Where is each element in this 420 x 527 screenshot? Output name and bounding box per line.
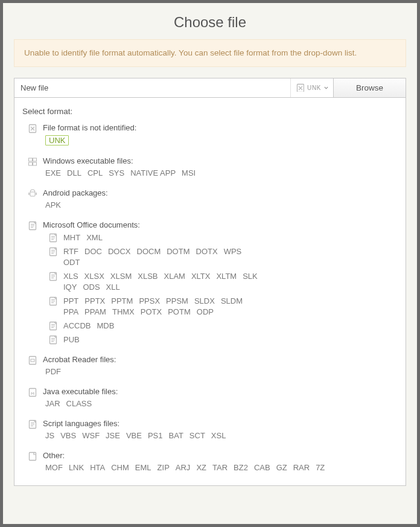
format-option[interactable]: XLTM [216, 272, 237, 281]
format-list: JSVBSWSFJSEVBEPS1BATSCTXSL [43, 430, 398, 441]
format-option[interactable]: HTA [90, 463, 105, 472]
file-icon [28, 452, 37, 461]
access-icon [48, 321, 58, 331]
format-list: JARCLASS [43, 398, 398, 409]
format-option[interactable]: XLS [63, 272, 78, 281]
format-option[interactable]: WPS [224, 247, 242, 256]
format-option[interactable]: BAT [169, 431, 183, 440]
format-option[interactable]: TAR [212, 463, 228, 472]
powerpoint-icon [48, 296, 58, 306]
format-list: MOFLNKHTACHMEMLZIPARJXZTARBZ2CABGZRAR7Z [43, 462, 398, 473]
group-title: Android packages: [43, 188, 398, 197]
format-option[interactable]: PPTX [84, 296, 105, 305]
format-option[interactable]: XLL [106, 283, 120, 292]
format-option[interactable]: DOCM [137, 247, 161, 256]
format-list: XLSXLSXXLSMXLSBXLAMXLTXXLTMSLKIQYODSXLL [63, 270, 269, 293]
format-option[interactable]: CAB [254, 463, 270, 472]
browse-button[interactable]: Browse [333, 78, 406, 97]
format-option[interactable]: UNK [45, 135, 69, 145]
format-option[interactable]: DOCX [108, 247, 131, 256]
format-option[interactable]: ACCDB [63, 321, 91, 330]
format-option[interactable]: RAR [293, 463, 310, 472]
group-other: Other: MOFLNKHTACHMEMLZIPARJXZTARBZ2CABG… [22, 451, 398, 473]
format-option[interactable]: XZ [196, 463, 206, 472]
group-acrobat: Acrobat Reader files: PDF [22, 355, 398, 377]
format-option[interactable]: GZ [276, 463, 287, 472]
format-list: RTFDOCDOCXDOCMDOTMDOTXWPSODT [63, 246, 262, 268]
format-option[interactable]: SYS [109, 168, 124, 177]
format-option[interactable]: ODS [83, 283, 100, 292]
dialog-title: Choose file [3, 3, 417, 39]
format-option[interactable]: JAR [45, 399, 60, 408]
format-option[interactable]: MHT [63, 233, 80, 242]
format-option[interactable]: DOC [84, 247, 102, 256]
format-option[interactable]: 7Z [316, 463, 325, 472]
format-option[interactable]: CLASS [66, 399, 92, 408]
format-dropdown[interactable]: UNK [290, 78, 333, 97]
format-option[interactable]: XLSX [84, 272, 104, 281]
format-option[interactable]: ZIP [158, 463, 170, 472]
format-option[interactable]: PUB [63, 335, 80, 344]
group-android: Android packages: APK [22, 188, 398, 211]
format-option[interactable]: XLSM [110, 272, 132, 281]
format-option[interactable]: ODP [197, 307, 214, 316]
format-option[interactable]: VBE [126, 431, 142, 440]
format-option[interactable]: MSI [182, 168, 196, 177]
chevron-down-icon [324, 86, 328, 90]
format-option[interactable]: MOF [45, 463, 63, 472]
format-option[interactable]: XLSB [138, 272, 158, 281]
format-option[interactable]: XLAM [164, 272, 185, 281]
file-unknown-icon [296, 83, 304, 92]
alert-banner: Unable to identify file format automatic… [14, 39, 406, 67]
format-list: ACCDBMDB [63, 320, 114, 331]
document-icon [28, 221, 37, 231]
format-option[interactable]: THMX [112, 307, 135, 316]
format-option[interactable]: WSF [82, 431, 100, 440]
format-option[interactable]: LNK [69, 463, 84, 472]
format-option[interactable]: SLK [243, 272, 258, 281]
format-option[interactable]: DOTX [196, 247, 218, 256]
script-icon [28, 420, 37, 429]
format-option[interactable]: PPAM [84, 307, 106, 316]
group-windows: Windows executable files: EXEDLLCPLSYSNA… [22, 156, 398, 179]
format-option[interactable]: XLTX [191, 272, 211, 281]
pdf-icon [28, 356, 37, 365]
format-option[interactable]: APK [45, 200, 61, 209]
format-option[interactable]: CHM [111, 463, 129, 472]
format-option[interactable]: POTX [141, 307, 162, 316]
file-unknown-icon [28, 124, 37, 133]
format-option[interactable]: VBS [60, 431, 76, 440]
format-list: PDF [43, 366, 398, 377]
format-option[interactable]: PPT [63, 296, 78, 305]
group-title: Other: [43, 451, 398, 460]
format-option[interactable]: CPL [88, 168, 103, 177]
format-option[interactable]: PPSX [139, 296, 160, 305]
format-option[interactable]: EXE [45, 168, 61, 177]
format-option[interactable]: JSE [106, 431, 120, 440]
format-option[interactable]: PPA [63, 307, 78, 316]
format-option[interactable]: BZ2 [234, 463, 248, 472]
format-option[interactable]: PS1 [148, 431, 163, 440]
format-option[interactable]: NATIVE APP [130, 168, 176, 177]
format-option[interactable]: PDF [45, 367, 61, 376]
format-option[interactable]: ARJ [176, 463, 191, 472]
format-option[interactable]: XML [86, 233, 103, 242]
format-option[interactable]: PPTM [111, 296, 133, 305]
format-option[interactable]: JS [45, 431, 54, 440]
format-panel: Select format: File format is not identi… [14, 97, 406, 486]
format-option[interactable]: IQY [63, 283, 77, 292]
format-dropdown-label: UNK [307, 85, 321, 91]
format-option[interactable]: SLDX [194, 296, 215, 305]
format-option[interactable]: PPSM [166, 296, 188, 305]
format-option[interactable]: EML [135, 463, 151, 472]
format-option[interactable]: SLDM [221, 296, 243, 305]
format-option[interactable]: DOTM [167, 247, 189, 256]
file-name-input[interactable] [14, 78, 290, 97]
format-option[interactable]: POTM [168, 307, 191, 316]
format-option[interactable]: ODT [63, 258, 80, 267]
format-option[interactable]: MDB [97, 321, 115, 330]
format-option[interactable]: XSL [211, 431, 226, 440]
format-option[interactable]: RTF [63, 247, 78, 256]
format-option[interactable]: DLL [67, 168, 81, 177]
format-option[interactable]: SCT [189, 431, 205, 440]
